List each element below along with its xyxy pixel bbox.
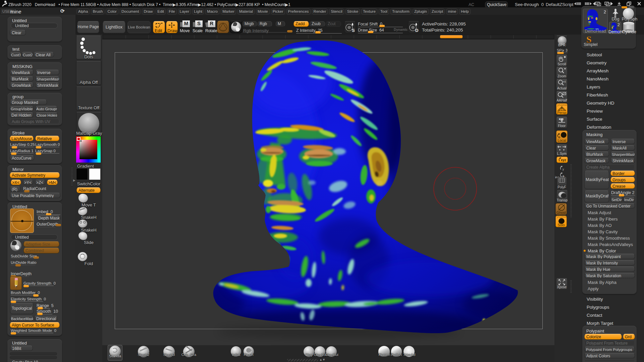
svg-text:xyz: xyz: [561, 158, 566, 162]
svg-text:y: y: [562, 168, 564, 171]
svg-text:x y z: x y z: [559, 118, 563, 120]
svg-text:D: D: [415, 28, 418, 33]
svg-text:S: S: [352, 28, 355, 33]
svg-text:x1: x1: [563, 80, 566, 83]
